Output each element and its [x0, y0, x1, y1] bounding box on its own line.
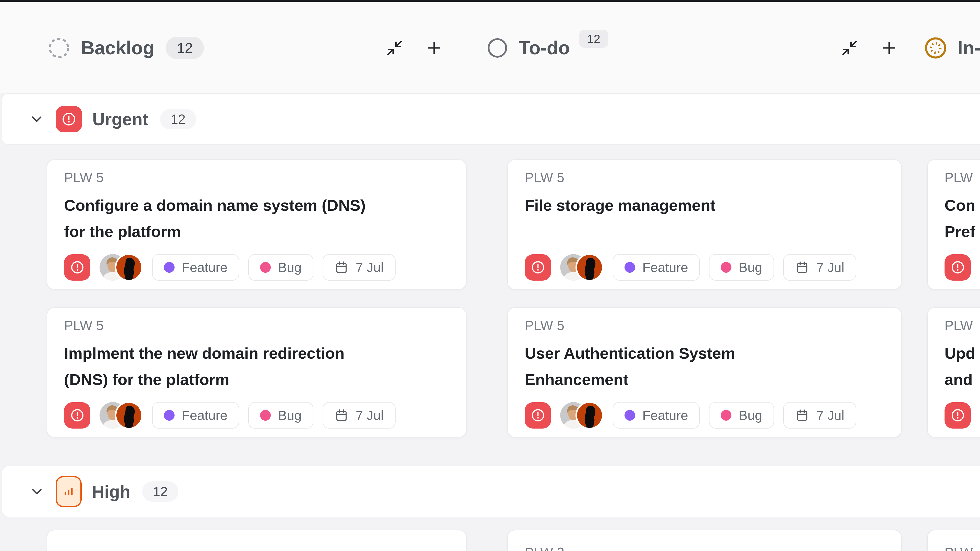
assignee-avatars[interactable] — [100, 401, 143, 429]
minimize-icon — [386, 39, 403, 57]
minimize-icon — [841, 39, 858, 57]
alert-circle-icon — [950, 259, 966, 275]
alert-circle-icon — [69, 259, 86, 275]
add-issue-button[interactable] — [880, 38, 899, 57]
chip-label: Feature — [642, 260, 688, 275]
issue-title: Configure a domain name system (DNS) for… — [64, 192, 449, 245]
column-header-todo: To-do 12 — [486, 3, 608, 93]
alert-circle-icon — [530, 259, 546, 275]
issue-card[interactable]: PLW 1 — [47, 530, 466, 551]
issue-title: File storage management — [525, 192, 884, 245]
chip-label: Bug — [278, 260, 302, 275]
assignee-avatars[interactable] — [560, 253, 604, 281]
plus-icon — [425, 38, 444, 57]
issue-card[interactable]: PLW 5 User Authentication System Enhance… — [508, 307, 902, 437]
assignee-avatars[interactable] — [560, 401, 604, 429]
card-row: PLW 1 PLW 2 PLW — [0, 530, 980, 551]
chip-label: Feature — [642, 408, 688, 423]
calendar-icon — [795, 260, 809, 275]
issue-id: PLW — [945, 316, 980, 335]
chevron-down-icon — [29, 111, 45, 127]
priority-urgent-badge[interactable] — [525, 254, 551, 281]
issue-card[interactable]: PLW — [927, 530, 980, 551]
feature-dot-icon — [164, 410, 175, 421]
label-chip-feature[interactable]: Feature — [613, 254, 700, 281]
issue-card[interactable]: PLW Upd and — [927, 307, 980, 437]
issue-card[interactable]: PLW 5 Configure a domain name system (DN… — [47, 159, 466, 289]
collapse-column-button[interactable] — [841, 39, 858, 57]
priority-urgent-badge[interactable] — [64, 402, 90, 429]
issue-badges — [945, 401, 980, 429]
assignee-avatars[interactable] — [100, 253, 143, 281]
priority-urgent-badge[interactable] — [525, 402, 551, 429]
issue-id: PLW — [945, 543, 980, 551]
due-date-label: 7 Jul — [816, 408, 845, 423]
label-chip-bug[interactable]: Bug — [248, 254, 313, 281]
issue-title: Implment the new domain redirection (DNS… — [64, 340, 449, 392]
priority-group-header-urgent: Urgent 12 — [2, 93, 980, 145]
label-chip-feature[interactable]: Feature — [613, 402, 700, 429]
group-count-badge: 12 — [160, 109, 196, 129]
issue-card[interactable]: PLW 5 Implment the new domain redirectio… — [47, 307, 466, 437]
issue-id: PLW 5 — [64, 168, 449, 187]
due-date-chip[interactable]: 7 Jul — [783, 402, 856, 429]
window-top-edge — [0, 0, 980, 3]
calendar-icon — [334, 260, 348, 275]
avatar — [115, 253, 143, 281]
column-title-todo: To-do — [519, 37, 570, 59]
avatar — [576, 253, 604, 281]
label-chip-bug[interactable]: Bug — [709, 402, 774, 429]
priority-urgent-badge[interactable] — [945, 402, 971, 429]
column-count-badge: 12 — [165, 37, 204, 59]
label-chip-feature[interactable]: Feature — [152, 254, 239, 281]
collapse-group-button[interactable] — [29, 111, 45, 127]
board-column-headers: Backlog 12 To-do 12 — [0, 3, 980, 93]
in-progress-state-icon — [923, 36, 948, 60]
feature-dot-icon — [625, 262, 635, 273]
collapse-column-button[interactable] — [386, 39, 403, 57]
add-issue-button[interactable] — [425, 38, 444, 57]
chip-label: Feature — [182, 260, 228, 275]
issue-badges — [945, 253, 980, 281]
collapse-group-button[interactable] — [29, 483, 45, 500]
column-header-backlog: Backlog 12 — [47, 3, 204, 93]
group-title-urgent: Urgent — [92, 109, 148, 129]
chip-label: Feature — [182, 408, 228, 423]
priority-urgent-badge[interactable] — [945, 254, 971, 281]
issue-card[interactable]: PLW 5 File storage management Feature Bu… — [508, 159, 902, 289]
bug-dot-icon — [260, 262, 271, 273]
kanban-board-page: Backlog 12 To-do 12 — [0, 0, 980, 551]
issue-id: PLW 5 — [525, 168, 884, 187]
group-count-badge: 12 — [142, 481, 178, 502]
label-chip-bug[interactable]: Bug — [709, 254, 774, 281]
high-group-body: PLW 1 PLW 2 PLW — [0, 517, 980, 551]
issue-title: Upd and — [945, 340, 980, 392]
issue-badges: Feature Bug 7 Jul — [64, 401, 449, 429]
label-chip-feature[interactable]: Feature — [152, 402, 239, 429]
issue-badges: Feature Bug 7 Jul — [64, 253, 449, 281]
issue-badges: Feature Bug 7 Jul — [525, 253, 884, 281]
priority-urgent-badge[interactable] — [64, 254, 90, 281]
chevron-down-icon — [29, 483, 45, 500]
issue-card[interactable]: PLW Con Pref — [927, 159, 980, 289]
issue-badges: Feature Bug 7 Jul — [525, 401, 884, 429]
label-chip-bug[interactable]: Bug — [248, 402, 313, 429]
issue-id: PLW — [945, 168, 980, 187]
issue-id: PLW 5 — [64, 316, 449, 335]
priority-group-header-high: High 12 — [2, 465, 980, 517]
due-date-chip[interactable]: 7 Jul — [783, 254, 856, 281]
card-row: PLW 5 Configure a domain name system (DN… — [0, 159, 980, 289]
bug-dot-icon — [721, 410, 732, 421]
due-date-chip[interactable]: 7 Jul — [323, 402, 396, 429]
column-title-backlog: Backlog — [81, 37, 154, 59]
issue-card[interactable]: PLW 2 — [508, 530, 902, 551]
alert-circle-icon — [530, 407, 546, 424]
group-title-high: High — [92, 482, 130, 502]
urgent-group-body: PLW 5 Configure a domain name system (DN… — [0, 145, 980, 465]
backlog-state-icon — [47, 36, 71, 60]
due-date-label: 7 Jul — [356, 260, 384, 275]
column-header-in-progress: In-Progress — [923, 3, 980, 93]
due-date-chip[interactable]: 7 Jul — [323, 254, 396, 281]
issue-title: Con Pref — [945, 192, 980, 245]
feature-dot-icon — [625, 410, 635, 421]
